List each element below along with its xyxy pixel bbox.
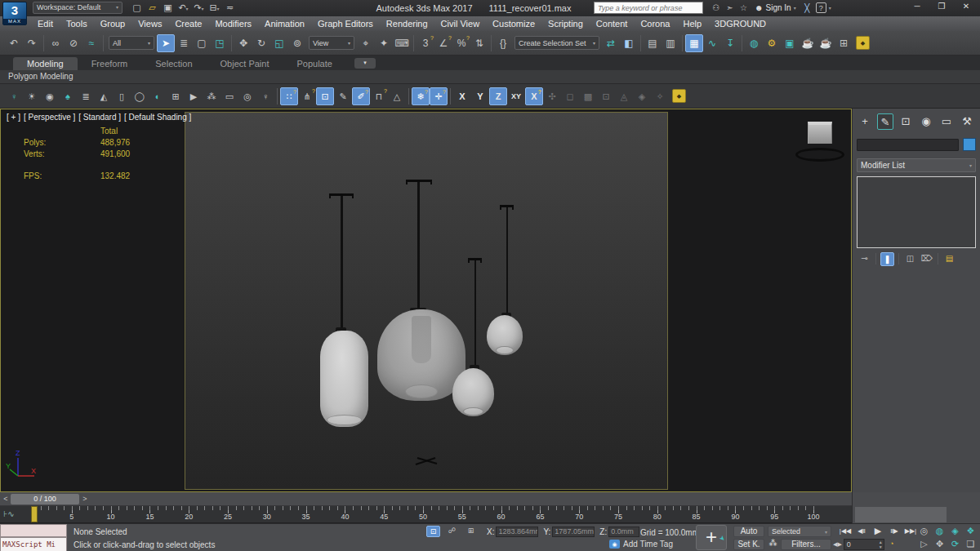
- open-file-icon[interactable]: ▱: [145, 1, 160, 15]
- backdrop-plane[interactable]: [185, 112, 668, 490]
- material-editor-icon[interactable]: ◍: [745, 34, 763, 52]
- y-coord-field[interactable]: 1787.05mm: [552, 527, 595, 537]
- show-end-result-icon[interactable]: ❚: [880, 252, 894, 266]
- named-selection-sets-dropdown[interactable]: Create Selection Set▾: [514, 36, 599, 50]
- snaps-use-axis-icon[interactable]: ✛?: [430, 87, 448, 105]
- redo-icon[interactable]: ↷: [23, 34, 41, 52]
- layers-icon[interactable]: ◐: [149, 87, 167, 105]
- viewport-shading-menu[interactable]: [ Default Shading ]: [124, 113, 191, 122]
- menu-item-customize[interactable]: Customize: [486, 19, 541, 29]
- axis-y-button[interactable]: Y: [471, 87, 489, 105]
- toolbar-extra-icon-7[interactable]: ✧: [651, 87, 669, 105]
- toolbar-extra-icon-6[interactable]: ◈: [633, 87, 651, 105]
- communication-center-icon[interactable]: ➣: [723, 1, 737, 15]
- zoom-extents-all-icon[interactable]: ❖: [963, 525, 978, 538]
- track-bar[interactable]: ⊦∿ 5101520253035404550556065707580859095…: [0, 506, 852, 523]
- sign-in-button[interactable]: ☻ Sign In ▾: [751, 3, 800, 12]
- axis-z-button[interactable]: Z: [489, 87, 507, 105]
- orbit-icon[interactable]: ⟳: [947, 538, 963, 551]
- select-and-manipulate-icon[interactable]: ✦: [375, 34, 393, 52]
- viewcube[interactable]: [795, 121, 847, 163]
- ribbon-tab-modeling[interactable]: Modeling: [13, 57, 78, 70]
- infocenter-search-icon[interactable]: ⚇: [709, 1, 723, 15]
- display-tab[interactable]: ▭: [938, 113, 955, 130]
- rendered-frame-window-icon[interactable]: ▣: [781, 34, 799, 52]
- menu-item-graph-editors[interactable]: Graph Editors: [311, 19, 380, 29]
- layer-explorer-icon[interactable]: ▥: [662, 34, 679, 52]
- select-object-icon[interactable]: ➤: [157, 34, 175, 52]
- go-to-start-icon[interactable]: |◀◀: [838, 526, 853, 537]
- menu-item-tools[interactable]: Tools: [60, 19, 94, 29]
- toolbar-extra-icon-5[interactable]: ◬: [615, 87, 633, 105]
- ribbon-tab-selection[interactable]: Selection: [141, 57, 206, 70]
- menu-item-modifiers[interactable]: Modifiers: [208, 19, 258, 29]
- scatter-icon[interactable]: ⁂: [203, 87, 220, 105]
- pan-icon[interactable]: ✥: [932, 538, 947, 551]
- macro-recorder-field[interactable]: [0, 524, 67, 537]
- window-crossing-icon[interactable]: ◳: [211, 34, 229, 52]
- previous-frame-icon[interactable]: ◀‖: [854, 526, 869, 537]
- utilities-tab[interactable]: ⚒: [959, 113, 975, 130]
- align-icon[interactable]: ◧: [620, 34, 638, 52]
- menu-item-civil-view[interactable]: Civil View: [434, 19, 486, 29]
- z-coord-field[interactable]: 0.0mm: [608, 527, 639, 537]
- menu-item-scripting[interactable]: Scripting: [541, 19, 590, 29]
- isolate-selection-icon[interactable]: ⊡: [426, 526, 440, 537]
- menu-item-edit[interactable]: Edit: [31, 19, 60, 29]
- snap-freeze-icon[interactable]: ❄?: [412, 87, 430, 105]
- hierarchy-tab[interactable]: ⊡: [898, 113, 914, 130]
- undo-icon[interactable]: ↶: [5, 34, 23, 52]
- bind-to-spacewarp-icon[interactable]: ≈: [82, 34, 100, 52]
- configure-modifier-sets-icon[interactable]: ▤: [942, 252, 956, 266]
- auto-key-button[interactable]: Auto: [733, 526, 764, 537]
- schematic-view-icon[interactable]: ↧: [721, 34, 739, 52]
- reference-coordinate-dropdown[interactable]: View▾: [309, 36, 354, 50]
- ribbon-panel-strip[interactable]: Polygon Modeling: [0, 70, 980, 84]
- render-flyout-icon[interactable]: ⊞: [835, 34, 853, 52]
- toolbar-extra-icon-1[interactable]: ✣: [543, 87, 561, 105]
- frame-step-spinner[interactable]: ◀▶: [833, 541, 842, 548]
- corona-toolbar-button-2[interactable]: ◆: [672, 89, 686, 103]
- make-unique-icon[interactable]: ◫: [903, 252, 917, 266]
- snap-pencil-icon[interactable]: ✐?: [352, 87, 370, 105]
- time-slider-prev-button[interactable]: <: [2, 494, 10, 504]
- remove-modifier-icon[interactable]: ⌦: [920, 252, 933, 266]
- menu-item-animation[interactable]: Animation: [258, 19, 311, 29]
- spinner-arrows-icon[interactable]: ▲▼: [879, 540, 883, 549]
- foliage-icon[interactable]: ♠: [59, 87, 77, 105]
- time-slider-grip[interactable]: 0 / 100: [11, 494, 79, 504]
- menu-item-views[interactable]: Views: [131, 19, 168, 29]
- snap-midpoint-icon[interactable]: ⋔?: [298, 87, 316, 105]
- new-scene-icon[interactable]: ▢: [129, 1, 145, 15]
- bulb-icon[interactable]: ♀: [256, 87, 274, 105]
- key-filters-button[interactable]: Filters...: [781, 539, 831, 550]
- menu-item-help[interactable]: Help: [676, 19, 708, 29]
- render-setup-icon[interactable]: ⚙: [763, 34, 781, 52]
- exchange-apps-icon[interactable]: ╳: [800, 1, 814, 15]
- axis-snap-x-button[interactable]: X?: [525, 87, 543, 105]
- snap-edge-icon[interactable]: ✎: [334, 87, 352, 105]
- ribbon-tab-freeform[interactable]: Freeform: [78, 57, 142, 70]
- menu-item-3dground[interactable]: 3DGROUND: [708, 19, 773, 29]
- workspace-more-icon[interactable]: ≂: [222, 1, 238, 15]
- pin-stack-icon[interactable]: ⊸: [858, 252, 871, 266]
- angle-snap-icon[interactable]: ∠?: [434, 34, 452, 52]
- current-frame-field[interactable]: 0▲▼: [844, 539, 884, 550]
- select-by-name-icon[interactable]: ≣: [175, 34, 193, 52]
- menu-item-rendering[interactable]: Rendering: [380, 19, 434, 29]
- visibility-icon[interactable]: ◎: [238, 87, 256, 105]
- ribbon-toggle-icon[interactable]: ▦: [685, 34, 703, 52]
- viewport-perspective[interactable]: [ + ][ Perspective ][ Standard ][ Defaul…: [0, 109, 852, 492]
- use-pivot-center-icon[interactable]: ⌖: [357, 34, 375, 52]
- create-tab[interactable]: +: [857, 113, 873, 130]
- current-frame-marker[interactable]: [31, 506, 38, 522]
- redo-small-icon[interactable]: ↷▾: [191, 1, 207, 15]
- key-filters-icon[interactable]: ⁂: [768, 539, 778, 550]
- time-slider-next-button[interactable]: >: [81, 494, 89, 504]
- snap-pivot-icon[interactable]: ⊓?: [370, 87, 388, 105]
- zoom-icon[interactable]: ◎: [916, 525, 932, 538]
- viewport-general-menu[interactable]: [ + ]: [7, 113, 20, 122]
- grid-helper-icon[interactable]: ⊞: [167, 87, 185, 105]
- axis-xy-button[interactable]: XY: [507, 87, 525, 105]
- menu-item-create[interactable]: Create: [168, 19, 208, 29]
